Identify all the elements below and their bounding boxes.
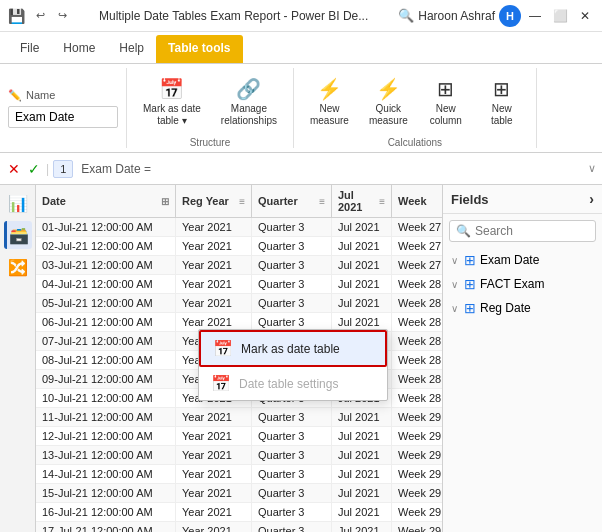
table-row[interactable]: 14-Jul-21 12:00:00 AMYear 2021Quarter 3J…: [36, 465, 442, 484]
search-icon[interactable]: 🔍: [398, 8, 414, 23]
table-row[interactable]: 04-Jul-21 12:00:00 AMYear 2021Quarter 3J…: [36, 275, 442, 294]
formula-separator: |: [46, 162, 49, 176]
table-cell: Jul 2021: [332, 484, 392, 502]
formula-expand-button[interactable]: ∨: [588, 162, 596, 175]
table-cell: Year 2021: [176, 408, 252, 426]
table-cell: Jul 2021: [332, 275, 392, 293]
avatar: H: [499, 5, 521, 27]
fields-item-fact-exam[interactable]: ∨ ⊞ FACT Exam: [443, 272, 602, 296]
table-row[interactable]: 01-Jul-21 12:00:00 AMYear 2021Quarter 3J…: [36, 218, 442, 237]
table-row[interactable]: 05-Jul-21 12:00:00 AMYear 2021Quarter 3J…: [36, 294, 442, 313]
table-cell: Jul 2021: [332, 446, 392, 464]
chevron-down-icon-reg: ∨: [451, 303, 458, 314]
table-row[interactable]: 11-Jul-21 12:00:00 AMYear 2021Quarter 3J…: [36, 408, 442, 427]
dropdown-mark-as-date-table[interactable]: 📅 Mark as date table: [199, 330, 387, 367]
table-cell: 04-Jul-21 12:00:00 AM: [36, 275, 176, 293]
chevron-down-icon: ∨: [451, 255, 458, 266]
table-cell: Quarter 3: [252, 522, 332, 532]
col-header-regyear[interactable]: Reg Year ≡: [176, 185, 252, 217]
formula-confirm-button[interactable]: ✓: [26, 159, 42, 179]
table-cell: 14-Jul-21 12:00:00 AM: [36, 465, 176, 483]
table-cell: Quarter 3: [252, 275, 332, 293]
maximize-button[interactable]: ⬜: [549, 9, 572, 23]
manage-relationships-button[interactable]: 🔗 Managerelationships: [213, 73, 285, 131]
table-icon-fact-exam: ⊞: [464, 276, 476, 292]
app-icon: 💾: [8, 8, 25, 24]
table-cell: Year 2021: [176, 275, 252, 293]
fields-search-input[interactable]: [475, 224, 589, 238]
tab-help[interactable]: Help: [107, 35, 156, 63]
table-cell: Jul 2021: [332, 218, 392, 236]
table-cell: Year 2021: [176, 503, 252, 521]
ribbon-tabs: File Home Help Table tools: [0, 32, 602, 64]
table-row[interactable]: 17-Jul-21 12:00:00 AMYear 2021Quarter 3J…: [36, 522, 442, 532]
fields-expand-icon[interactable]: ›: [589, 191, 594, 207]
mark-date-table-button[interactable]: 📅 Mark as datetable ▾: [135, 73, 209, 131]
manage-relationships-label: Managerelationships: [221, 103, 277, 127]
table-row[interactable]: 02-Jul-21 12:00:00 AMYear 2021Quarter 3J…: [36, 237, 442, 256]
table-cell: Year 2021: [176, 294, 252, 312]
dropdown-date-table-settings: 📅 Date table settings: [199, 367, 387, 400]
quick-measure-icon: ⚡: [376, 77, 401, 101]
quarter-sort-icon[interactable]: ≡: [319, 196, 325, 207]
table-row[interactable]: 16-Jul-21 12:00:00 AMYear 2021Quarter 3J…: [36, 503, 442, 522]
new-column-label: Newcolumn: [430, 103, 462, 127]
redo-button[interactable]: ↪: [55, 9, 69, 23]
calendar-icon: 📅: [159, 77, 184, 101]
ribbon-group-date: 📅 Mark as datetable ▾ 🔗 Managerelationsh…: [135, 68, 294, 148]
new-table-button[interactable]: ⊞ Newtable: [476, 73, 528, 131]
fields-item-exam-date[interactable]: ∨ ⊞ Exam Date: [443, 248, 602, 272]
table-row[interactable]: 15-Jul-21 12:00:00 AMYear 2021Quarter 3J…: [36, 484, 442, 503]
minimize-button[interactable]: —: [525, 9, 545, 23]
table-cell: 17-Jul-21 12:00:00 AM: [36, 522, 176, 532]
table-cell: Week 29: [392, 427, 442, 445]
column-icon: ⊞: [437, 77, 454, 101]
table-cell: Jul 2021: [332, 408, 392, 426]
table-cell: Week 28: [392, 351, 442, 369]
quick-measure-button[interactable]: ⚡ Quickmeasure: [361, 73, 416, 131]
col-header-quarter[interactable]: Quarter ≡: [252, 185, 332, 217]
fields-panel: Fields › 🔍 ∨ ⊞ Exam Date ∨ ⊞ FACT Exam ∨…: [442, 185, 602, 532]
table-row[interactable]: 13-Jul-21 12:00:00 AMYear 2021Quarter 3J…: [36, 446, 442, 465]
formula-close-button[interactable]: ✕: [6, 159, 22, 179]
table-cell: Quarter 3: [252, 408, 332, 426]
new-table-label: Newtable: [491, 103, 513, 127]
table-row[interactable]: 12-Jul-21 12:00:00 AMYear 2021Quarter 3J…: [36, 427, 442, 446]
main-area: 📊 🗃️ 🔀 Date ⊞ Reg Year ≡ Quarter ≡ Jul 2…: [0, 185, 602, 532]
regyear-sort-icon[interactable]: ≡: [239, 196, 245, 207]
table-name-input[interactable]: [8, 106, 118, 128]
tab-table-tools[interactable]: Table tools: [156, 35, 242, 63]
table-cell: Year 2021: [176, 522, 252, 532]
col-header-month[interactable]: Jul 2021 ≡: [332, 185, 392, 217]
sidebar-model-icon[interactable]: 🔀: [4, 253, 32, 281]
table-icon-reg-date: ⊞: [464, 300, 476, 316]
table-cell: Year 2021: [176, 256, 252, 274]
table-cell: Year 2021: [176, 218, 252, 236]
formula-input[interactable]: [159, 162, 584, 176]
fields-search-box[interactable]: 🔍: [449, 220, 596, 242]
table-cell: 09-Jul-21 12:00:00 AM: [36, 370, 176, 388]
new-column-button[interactable]: ⊞ Newcolumn: [420, 73, 472, 131]
table-cell: 07-Jul-21 12:00:00 AM: [36, 332, 176, 350]
table-cell: Quarter 3: [252, 427, 332, 445]
fields-label-fact-exam: FACT Exam: [480, 277, 544, 291]
ribbon-group-calc-items: ⚡ Newmeasure ⚡ Quickmeasure ⊞ Newcolumn …: [302, 68, 528, 135]
table-cell: Week 29: [392, 484, 442, 502]
close-button[interactable]: ✕: [576, 9, 594, 23]
sidebar-data-icon[interactable]: 🗃️: [4, 221, 32, 249]
tab-file[interactable]: File: [8, 35, 51, 63]
fields-item-reg-date[interactable]: ∨ ⊞ Reg Date: [443, 296, 602, 320]
month-sort-icon[interactable]: ≡: [379, 196, 385, 207]
table-row[interactable]: 03-Jul-21 12:00:00 AMYear 2021Quarter 3J…: [36, 256, 442, 275]
fields-title: Fields: [451, 192, 489, 207]
sidebar-report-icon[interactable]: 📊: [4, 189, 32, 217]
new-measure-button[interactable]: ⚡ Newmeasure: [302, 73, 357, 131]
date-sort-icon[interactable]: ⊞: [161, 196, 169, 207]
undo-button[interactable]: ↩: [33, 9, 47, 23]
col-header-date[interactable]: Date ⊞: [36, 185, 176, 217]
left-sidebar: 📊 🗃️ 🔀: [0, 185, 36, 532]
col-header-week[interactable]: Week ⊞: [392, 185, 442, 217]
title-bar-left: 💾 ↩ ↪: [8, 8, 69, 24]
table-cell: Year 2021: [176, 465, 252, 483]
tab-home[interactable]: Home: [51, 35, 107, 63]
